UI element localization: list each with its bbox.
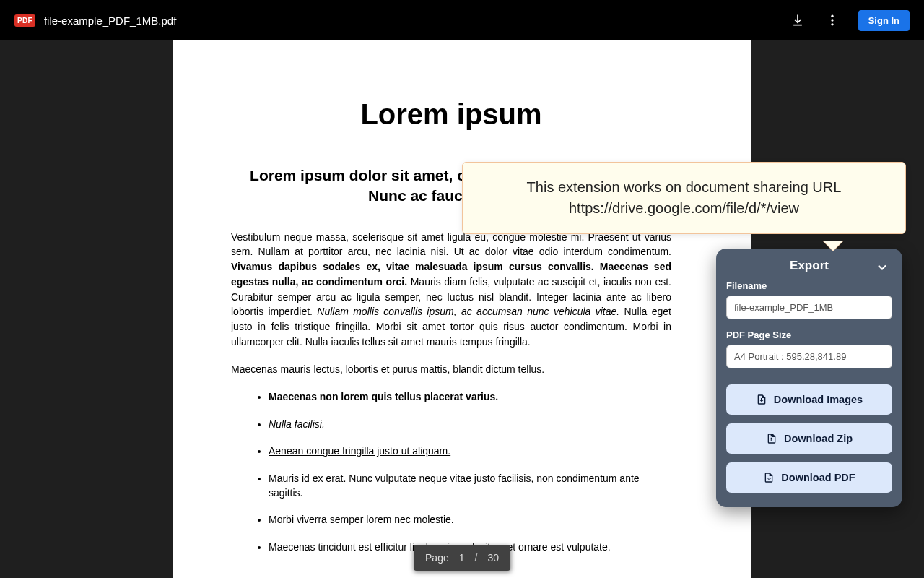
text-span: Vestibulum neque massa, scelerisque sit … [231, 231, 671, 258]
file-pdf-icon: PDF [763, 472, 775, 483]
page-indicator: Page 1 / 30 [414, 545, 510, 571]
doc-list: Maecenas non lorem quis tellus placerat … [231, 390, 671, 554]
svg-point-0 [831, 15, 833, 17]
button-label: Download PDF [781, 472, 855, 483]
filename-input[interactable] [726, 296, 892, 319]
tooltip-bubble: This extension works on document sharein… [462, 162, 906, 234]
top-bar: PDF file-example_PDF_1MB.pdf Sign In [0, 0, 924, 40]
page-total: 30 [487, 552, 499, 564]
top-bar-right: Sign In [789, 10, 910, 31]
text-underline: Mauris id ex erat. [269, 473, 349, 484]
file-zip-icon [766, 433, 777, 444]
svg-point-1 [831, 19, 833, 21]
list-item: Aenean congue fringilla justo ut aliquam… [269, 444, 671, 459]
export-header: Export [726, 259, 892, 273]
svg-text:PDF: PDF [767, 478, 772, 480]
text-italic: Nullam mollis convallis ipsum, ac accums… [317, 306, 619, 317]
export-title: Export [790, 259, 829, 273]
pagesize-label: PDF Page Size [726, 329, 892, 340]
tooltip-arrow [823, 241, 843, 251]
button-label: Download Images [774, 394, 863, 405]
filename-label: Filename [726, 280, 892, 291]
page-separator: / [475, 552, 478, 564]
doc-paragraph: Maecenas mauris lectus, lobortis et puru… [231, 362, 671, 377]
download-zip-button[interactable]: Download Zip [726, 423, 892, 454]
export-panel: Export Filename PDF Page Size Download I… [716, 249, 902, 507]
sign-in-button[interactable]: Sign In [858, 10, 910, 31]
doc-title: Lorem ipsum [231, 98, 671, 131]
list-item: Mauris id ex erat. Nunc vulputate neque … [269, 472, 671, 500]
page-label: Page [425, 552, 449, 564]
list-item: Maecenas non lorem quis tellus placerat … [269, 390, 671, 405]
pdf-badge-icon: PDF [14, 14, 35, 27]
tooltip-line2: https://drive.google.com/file/d/*/view [481, 198, 886, 219]
file-download-icon [756, 394, 767, 405]
file-title: file-example_PDF_1MB.pdf [44, 14, 176, 27]
download-icon[interactable] [789, 12, 806, 29]
chevron-down-icon[interactable] [875, 260, 889, 278]
pagesize-input[interactable] [726, 345, 892, 368]
button-label: Download Zip [784, 433, 853, 444]
top-bar-left: PDF file-example_PDF_1MB.pdf [14, 14, 176, 27]
list-item: Nulla facilisi. [269, 418, 671, 432]
svg-point-2 [831, 23, 833, 25]
pdf-page: Lorem ipsum Lorem ipsum dolor sit amet, … [173, 40, 751, 578]
tooltip-line1: This extension works on document sharein… [481, 177, 886, 198]
doc-paragraph: Vestibulum neque massa, scelerisque sit … [231, 230, 671, 350]
download-pdf-button[interactable]: PDF Download PDF [726, 462, 892, 493]
list-item: Morbi viverra semper lorem nec molestie. [269, 513, 671, 527]
page-current[interactable]: 1 [459, 552, 465, 564]
download-images-button[interactable]: Download Images [726, 384, 892, 415]
more-vert-icon[interactable] [824, 12, 841, 29]
